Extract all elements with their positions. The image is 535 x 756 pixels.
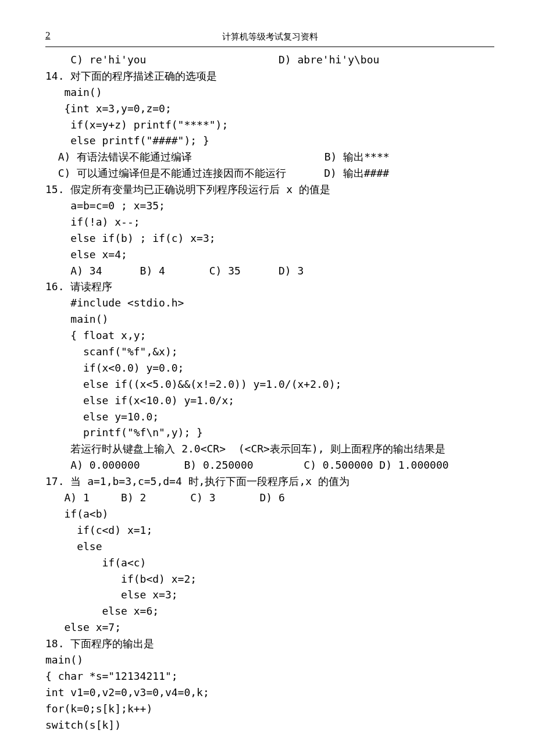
text-line: if(x<0.0) y=0.0; [45, 360, 494, 376]
text-line: #include <stdio.h> [45, 295, 494, 311]
text-line: C) re'hi'you D) abre'hi'y\bou [45, 52, 494, 68]
text-line: if(c<d) x=1; [45, 522, 494, 539]
text-line: else if(x<10.0) y=1.0/x; [45, 393, 494, 409]
text-line: main() [45, 84, 494, 101]
text-line: A) 1 B) 2 C) 3 D) 6 [45, 490, 494, 506]
text-line: if(b<d) x=2; [45, 571, 494, 587]
text-line: for(k=0;s[k];k++) [45, 701, 494, 717]
page-title: 计算机等级考试复习资料 [45, 30, 494, 44]
text-line: main() [45, 311, 494, 327]
text-line: else x=7; [45, 619, 494, 636]
text-line: else if(b) ; if(c) x=3; [45, 230, 494, 247]
text-line: { float x,y; [45, 327, 494, 344]
text-line: else x=4; [45, 247, 494, 263]
text-line: 18. 下面程序的输出是 [45, 636, 494, 652]
text-line: A) 有语法错误不能通过编译 B) 输出**** [45, 149, 494, 165]
text-line: if(!a) x--; [45, 214, 494, 230]
text-line: else printf("####"); } [45, 133, 494, 149]
header-rule [45, 47, 494, 47]
text-line: main() [45, 652, 494, 668]
text-line: 若运行时从键盘上输入 2.0<CR> (<CR>表示回车), 则上面程序的输出结… [45, 441, 494, 457]
text-line: {int x=3,y=0,z=0; [45, 101, 494, 117]
text-line: 15. 假定所有变量均已正确说明下列程序段运行后 x 的值是 [45, 181, 494, 198]
text-line: A) 34 B) 4 C) 35 D) 3 [45, 263, 494, 279]
document-body: C) re'hi'you D) abre'hi'y\bou14. 对下面的程序描… [45, 52, 494, 733]
text-line: else x=3; [45, 587, 494, 603]
text-line: else y=10.0; [45, 409, 494, 425]
document-page: 2 计算机等级考试复习资料 C) re'hi'you D) abre'hi'y\… [0, 0, 535, 756]
text-line: 17. 当 a=1,b=3,c=5,d=4 时,执行下面一段程序后,x 的值为 [45, 473, 494, 490]
text-line: C) 可以通过编译但是不能通过连接因而不能运行 D) 输出#### [45, 165, 494, 181]
text-line: 14. 对下面的程序描述正确的选项是 [45, 68, 494, 84]
text-line: if(x=y+z) printf("****"); [45, 117, 494, 133]
text-line: int v1=0,v2=0,v3=0,v4=0,k; [45, 684, 494, 701]
text-line: switch(s[k]) [45, 717, 494, 733]
text-line: else if((x<5.0)&&(x!=2.0)) y=1.0/(x+2.0)… [45, 376, 494, 393]
text-line: a=b=c=0 ; x=35; [45, 198, 494, 214]
text-line: printf("%f\n",y); } [45, 425, 494, 441]
text-line: if(a<b) [45, 506, 494, 522]
text-line: 16. 请读程序 [45, 279, 494, 295]
text-line: scanf("%f",&x); [45, 344, 494, 360]
text-line: else [45, 539, 494, 555]
text-line: else x=6; [45, 603, 494, 619]
text-line: { char *s="12134211"; [45, 668, 494, 684]
text-line: A) 0.000000 B) 0.250000 C) 0.500000 D) 1… [45, 457, 494, 473]
page-header: 2 计算机等级考试复习资料 [45, 28, 494, 44]
text-line: if(a<c) [45, 555, 494, 571]
